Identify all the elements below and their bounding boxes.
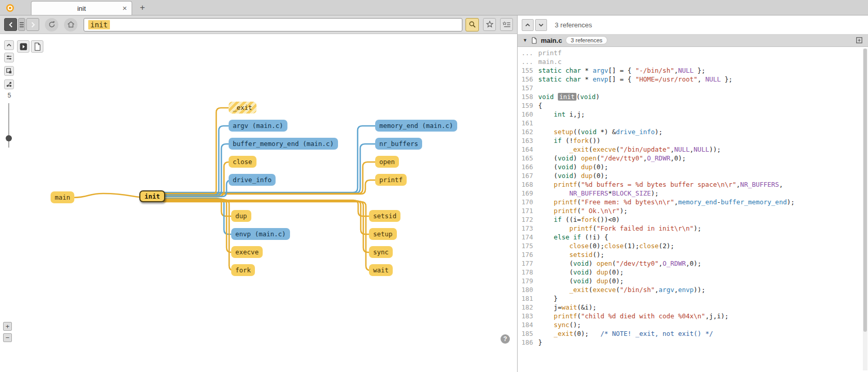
code-token[interactable]: NR_BUFFERS [740, 181, 779, 188]
custom-trail-button[interactable] [17, 40, 29, 53]
graph-node-close[interactable]: close [229, 156, 256, 168]
previous-reference-button[interactable] [522, 19, 534, 31]
code-token[interactable]: close [639, 242, 659, 250]
graph-node-_exit[interactable]: _exit [229, 102, 256, 114]
code-token[interactable]: O_RDWR [647, 154, 670, 162]
home-button[interactable] [64, 18, 77, 31]
code-token[interactable]: _exit [554, 330, 573, 337]
graph-collapse-button[interactable] [4, 40, 14, 50]
code-token[interactable]: _exit [569, 286, 589, 294]
code-token[interactable]: drive_info [616, 128, 655, 136]
code-token[interactable]: O_RDWR [663, 260, 686, 267]
code-token[interactable]: envp [678, 286, 694, 294]
code-token[interactable]: execve [592, 286, 616, 294]
code-token[interactable]: setup [554, 128, 573, 136]
code-token[interactable]: dup [597, 268, 608, 276]
code-token[interactable]: NULL [705, 75, 721, 83]
code-text: _exit(0); /* NOTE! _exit, not exit() */ [538, 329, 713, 338]
file-nodes-button[interactable] [31, 40, 43, 53]
trail-options-button[interactable] [4, 53, 14, 62]
graph-node-execve[interactable]: execve [231, 246, 263, 258]
tab-close-icon[interactable]: × [122, 4, 127, 12]
group-icon [6, 68, 12, 74]
graph-node-envp[interactable]: envp (main.c) [231, 228, 290, 240]
code-fragment: static [538, 75, 561, 83]
graph-node-nr_buffers[interactable]: nr_buffers [375, 138, 422, 150]
line-number: 178 [520, 268, 538, 277]
code-token[interactable]: sync [554, 321, 569, 329]
code-token[interactable]: envp [592, 75, 608, 83]
code-token[interactable]: printf [554, 198, 577, 206]
code-token[interactable]: argv [592, 67, 608, 74]
code-token[interactable]: printf [554, 207, 577, 215]
code-token[interactable]: NR_BUFFERS [569, 189, 608, 197]
graph-node-init[interactable]: init [139, 190, 165, 202]
code-token[interactable]: printf [569, 224, 592, 232]
code-token[interactable]: open [581, 154, 597, 162]
code-token[interactable]: close [569, 242, 589, 250]
help-button[interactable]: ? [501, 334, 510, 344]
graph-node-main[interactable]: main [51, 191, 74, 203]
code-token[interactable]: dup [597, 277, 608, 285]
code-token[interactable]: NULL [678, 67, 694, 74]
code-token[interactable]: fork [581, 216, 597, 223]
tab-init[interactable]: init × [31, 1, 132, 15]
history-dropdown-button[interactable] [18, 18, 25, 31]
collapse-triangle-icon[interactable]: ▼ [523, 38, 527, 43]
bookmark-button[interactable] [483, 18, 496, 31]
code-token[interactable]: setsid [569, 251, 592, 258]
code-token[interactable]: printf [554, 312, 577, 320]
search-button[interactable] [465, 18, 479, 31]
graph-node-memory_end[interactable]: memory_end (main.c) [375, 120, 457, 132]
code-fragment: [] = { [608, 75, 635, 83]
code-token[interactable]: buffer_memory_end [721, 198, 787, 206]
new-tab-button[interactable]: + [137, 3, 148, 13]
file-header[interactable]: ▼ main.c 3 references [518, 34, 868, 47]
forward-button[interactable] [26, 18, 39, 31]
refresh-button[interactable] [45, 18, 58, 31]
group-nodes-button[interactable] [4, 66, 14, 76]
code-token[interactable]: dup [581, 163, 593, 171]
graph-node-wait[interactable]: wait [369, 264, 393, 276]
back-button[interactable] [4, 18, 17, 31]
code-token[interactable]: close [604, 242, 624, 250]
code-fragment: ( [538, 260, 573, 267]
graph-node-dup[interactable]: dup [231, 210, 251, 222]
code-token[interactable]: execve [592, 145, 616, 153]
graph-node-buffer_memory_end[interactable]: buffer_memory_end (main.c) [229, 138, 338, 150]
code-token[interactable]: open [597, 260, 612, 267]
code-token[interactable]: dup [581, 172, 593, 180]
code-token[interactable]: printf [554, 181, 577, 188]
code-token[interactable]: fork [573, 137, 589, 144]
code-token[interactable]: BLOCK_SIZE [612, 189, 651, 197]
graph-node-drive_info[interactable]: drive_info [229, 174, 276, 186]
code-token[interactable]: NULL [694, 145, 709, 153]
code-scrollbar-thumb[interactable] [863, 48, 867, 332]
code-token[interactable]: memory_end [678, 198, 717, 206]
code-token[interactable]: _exit [569, 145, 589, 153]
graph-node-printf[interactable]: printf [375, 174, 407, 186]
code-token[interactable]: init [558, 93, 576, 101]
graph-node-setup[interactable]: setup [369, 228, 397, 240]
code-token[interactable]: wait [561, 303, 577, 311]
graph-layout-button[interactable] [4, 79, 14, 89]
graph-node-setsid[interactable]: setsid [369, 210, 400, 222]
depth-slider-handle[interactable] [6, 135, 12, 141]
graph-node-fork[interactable]: fork [231, 264, 255, 276]
zoom-out-button[interactable]: − [3, 333, 12, 342]
code-scrollbar[interactable] [863, 48, 867, 370]
snippet-maximize-button[interactable] [856, 37, 863, 44]
graph-node-open[interactable]: open [375, 156, 399, 168]
code-fragment: ,0); [686, 260, 701, 267]
graph-node-argv[interactable]: argv (main.c) [229, 120, 287, 132]
bookmark-list-button[interactable] [500, 18, 513, 31]
code-token[interactable]: NULL [674, 145, 689, 153]
graph-canvas[interactable]: maininit_exitargv (main.c)buffer_memory_… [0, 34, 517, 372]
search-input[interactable]: init [84, 18, 462, 31]
next-reference-button[interactable] [535, 19, 547, 31]
code-fragment [554, 93, 558, 101]
line-number: 163 [520, 136, 538, 145]
code-token[interactable]: argv [658, 286, 674, 294]
zoom-in-button[interactable]: + [3, 322, 12, 331]
graph-node-sync[interactable]: sync [369, 246, 393, 258]
